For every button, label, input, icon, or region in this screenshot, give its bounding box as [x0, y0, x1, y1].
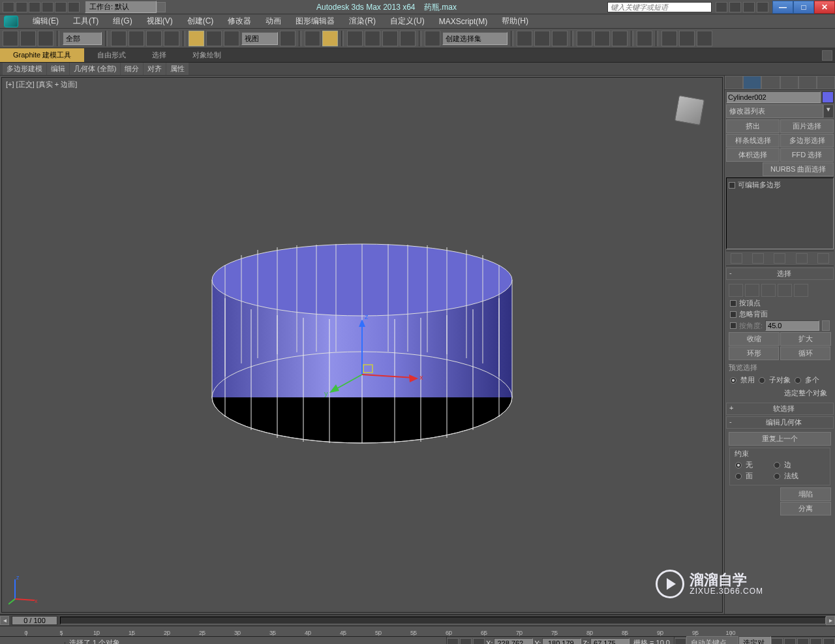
lock-selection-icon[interactable] [447, 638, 459, 645]
object-color-swatch[interactable] [822, 91, 834, 103]
cmd-tab-create[interactable] [725, 76, 743, 89]
ignore-backfacing-checkbox[interactable]: 忽略背面 [730, 309, 832, 319]
object-name-field[interactable] [726, 91, 821, 103]
select-move-button[interactable] [189, 31, 204, 46]
ribbon-sub-polymodel[interactable]: 多边形建模 [3, 63, 46, 75]
next-frame-button[interactable] [810, 638, 822, 645]
workspace-dd-arrow[interactable] [157, 2, 166, 12]
menu-edit[interactable]: 编辑(E) [26, 14, 65, 28]
subobj-edge-button[interactable] [745, 284, 759, 297]
adaptive-icon[interactable] [473, 638, 485, 645]
layers-button[interactable] [552, 31, 568, 46]
ribbon-sub-align[interactable]: 对齐 [144, 63, 166, 75]
menu-customize[interactable]: 自定义(U) [384, 14, 431, 28]
percent-snap-button[interactable] [382, 31, 398, 46]
edit-named-sel-button[interactable] [425, 31, 440, 46]
material-editor-button[interactable] [612, 31, 628, 46]
shrink-button[interactable]: 收缩 [729, 332, 780, 346]
align-button[interactable] [534, 31, 550, 46]
menu-views[interactable]: 视图(V) [140, 14, 179, 28]
select-scale-button[interactable] [224, 31, 239, 46]
x-field[interactable]: 228.762 [494, 638, 533, 645]
z-field[interactable]: 67.175 [590, 638, 630, 645]
ribbon-sub-properties[interactable]: 属性 [166, 63, 189, 75]
mirror-button[interactable] [517, 31, 532, 46]
use-center-button[interactable] [280, 31, 296, 46]
select-by-name-button[interactable] [129, 31, 144, 46]
qat-undo[interactable] [42, 2, 53, 12]
render-frame-button[interactable] [661, 31, 677, 46]
constraint-none-radio[interactable] [735, 462, 742, 468]
viewcube-icon[interactable] [675, 95, 705, 125]
menu-animation[interactable]: 动画 [259, 14, 288, 28]
rollout-softselect-header[interactable]: +软选择 [726, 403, 834, 415]
ribbon-tab-objectpaint[interactable]: 对象绘制 [179, 48, 234, 62]
menu-create[interactable]: 创建(C) [181, 14, 220, 28]
qat-save[interactable] [29, 2, 40, 12]
timeline-track[interactable] [60, 617, 826, 624]
btn-poly-select[interactable]: 多边形选择 [780, 134, 834, 147]
stack-expand-icon[interactable] [729, 182, 735, 189]
help-icon[interactable] [716, 2, 727, 12]
pin-stack-button[interactable] [731, 253, 742, 264]
render-setup-button[interactable] [637, 31, 652, 46]
undo-button[interactable] [3, 31, 18, 46]
preview-disable-radio[interactable] [730, 377, 736, 384]
subobj-element-button[interactable] [794, 284, 808, 297]
cmd-tab-utilities[interactable] [817, 76, 835, 89]
ribbon-sub-edit[interactable]: 编辑 [47, 63, 69, 75]
qat-project[interactable] [68, 2, 80, 12]
subobj-border-button[interactable] [761, 284, 776, 297]
window-maximize[interactable]: □ [793, 1, 814, 14]
render-iterative-button[interactable] [697, 31, 712, 46]
refcoord-dropdown[interactable]: 视图 [241, 32, 278, 45]
time-slider[interactable]: 0 / 100 [12, 616, 57, 625]
ring-button[interactable]: 环形 [729, 346, 779, 360]
qat-redo[interactable] [55, 2, 67, 12]
menu-tools[interactable]: 工具(T) [67, 14, 105, 28]
qat-open[interactable] [16, 2, 27, 12]
window-crossing-button[interactable] [164, 31, 179, 46]
time-ruler[interactable]: 0510152025303540455055606570758085909510… [0, 626, 835, 636]
angle-field[interactable]: 45.0 [765, 320, 819, 331]
rollout-editgeom-header[interactable]: -编辑几何体 [726, 416, 834, 429]
trackbar-toggle[interactable] [0, 642, 65, 645]
help-toggle-icon[interactable] [757, 2, 768, 12]
ribbon-tab-graphite[interactable]: Graphite 建模工具 [0, 48, 84, 62]
rollout-selection-header[interactable]: -选择 [726, 268, 834, 280]
btn-nurbs-select[interactable]: NURBS 曲面选择 [763, 162, 834, 176]
link-button[interactable] [38, 31, 53, 46]
menu-maxscript[interactable]: MAXScript(M) [433, 16, 494, 27]
select-object-button[interactable] [111, 31, 127, 46]
menu-grapheditors[interactable]: 图形编辑器 [289, 14, 341, 28]
cmd-tab-modify[interactable] [743, 76, 761, 89]
btn-face-select[interactable]: 面片选择 [780, 119, 834, 133]
ribbon-collapse-icon[interactable] [822, 50, 832, 61]
render-production-button[interactable] [679, 31, 695, 46]
constraint-normal-radio[interactable] [774, 473, 780, 480]
play-button[interactable] [797, 638, 809, 645]
isolate-icon[interactable] [460, 638, 472, 645]
search-icon[interactable] [729, 2, 741, 12]
show-result-button[interactable] [752, 253, 764, 264]
repeat-last-button[interactable]: 重复上一个 [729, 432, 831, 446]
snap-3d-button[interactable] [347, 31, 363, 46]
ribbon-tab-freeform[interactable]: 自由形式 [84, 48, 139, 62]
menu-rendering[interactable]: 渲染(R) [342, 14, 382, 28]
btn-volume-select[interactable]: 体积选择 [726, 148, 780, 162]
help-search-input[interactable] [607, 2, 712, 12]
angle-snap-button[interactable] [365, 31, 380, 46]
key-mode-icon[interactable] [675, 638, 686, 645]
ribbon-sub-geometry[interactable]: 几何体 (全部) [70, 63, 120, 75]
modifier-list-dropdown[interactable]: 修改器列表 [726, 104, 823, 118]
auto-key-button[interactable]: 自动关键点 [686, 636, 738, 644]
loop-button[interactable]: 循环 [780, 346, 830, 360]
viewport-label[interactable]: [+] [正交] [真实 + 边面] [6, 80, 77, 89]
app-logo-icon[interactable] [4, 16, 18, 27]
preview-multi-radio[interactable] [795, 377, 801, 384]
cmd-tab-motion[interactable] [780, 76, 798, 89]
constraint-edge-radio[interactable] [774, 462, 780, 468]
collapse-button[interactable]: 塌陷 [780, 487, 831, 501]
grow-button[interactable]: 扩大 [780, 332, 831, 346]
window-close[interactable]: ✕ [814, 1, 835, 14]
